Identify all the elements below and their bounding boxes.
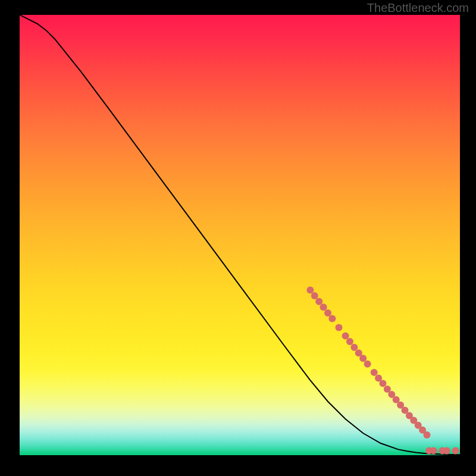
marker-dot bbox=[393, 396, 400, 403]
marker-dot bbox=[311, 292, 318, 299]
marker-dot bbox=[328, 315, 336, 322]
marker-dot bbox=[402, 407, 409, 414]
marker-dot bbox=[397, 402, 404, 409]
marker-dot bbox=[324, 309, 331, 317]
marker-dot bbox=[342, 332, 349, 339]
marker-dot bbox=[375, 375, 382, 382]
marker-dot bbox=[380, 380, 387, 387]
chart-curve bbox=[20, 15, 460, 455]
marker-dot bbox=[410, 417, 417, 424]
marker-dot bbox=[384, 386, 391, 393]
marker-dot bbox=[371, 369, 378, 376]
marker-dot bbox=[306, 287, 314, 294]
marker-dot bbox=[406, 412, 413, 419]
marker-dot bbox=[346, 338, 353, 345]
marker-dot bbox=[364, 361, 371, 368]
marker-dot bbox=[350, 344, 358, 351]
marker-dot bbox=[443, 447, 450, 455]
marker-dot bbox=[425, 447, 433, 455]
watermark-text: TheBottleneck.com bbox=[367, 1, 469, 15]
marker-dot bbox=[439, 447, 446, 455]
marker-dot bbox=[430, 447, 437, 455]
marker-dot bbox=[415, 422, 422, 429]
marker-dot bbox=[336, 324, 343, 331]
marker-dot bbox=[419, 427, 426, 434]
marker-dot bbox=[452, 447, 459, 455]
chart-plot-area bbox=[20, 15, 460, 455]
marker-dot bbox=[359, 355, 367, 362]
marker-dot bbox=[355, 349, 362, 356]
chart-markers bbox=[306, 287, 459, 455]
marker-dot bbox=[388, 391, 395, 398]
marker-dot bbox=[315, 298, 322, 305]
chart-svg bbox=[20, 15, 460, 455]
marker-dot bbox=[320, 303, 327, 311]
marker-dot bbox=[424, 431, 431, 439]
